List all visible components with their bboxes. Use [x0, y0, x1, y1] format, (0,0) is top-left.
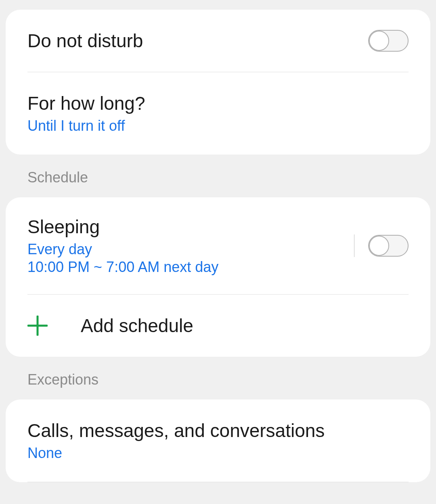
dnd-duration-row[interactable]: For how long? Until I turn it off [6, 72, 430, 155]
calls-messages-row[interactable]: Calls, messages, and conversations None [6, 399, 430, 482]
add-schedule-row[interactable]: Add schedule [6, 295, 430, 357]
dnd-duration-label: For how long? [27, 92, 409, 114]
divider [27, 482, 409, 482]
sleeping-title: Sleeping [27, 216, 354, 238]
sleeping-info: Sleeping Every day 10:00 PM ~ 7:00 AM ne… [27, 216, 354, 276]
dnd-toggle-row[interactable]: Do not disturb [6, 10, 430, 72]
sleeping-toggle-knob [369, 236, 389, 256]
exceptions-card: Calls, messages, and conversations None [6, 399, 430, 482]
calls-messages-wrap: Calls, messages, and conversations None [27, 420, 409, 462]
plus-icon [27, 316, 48, 336]
dnd-card: Do not disturb For how long? Until I tur… [6, 10, 430, 155]
schedule-card: Sleeping Every day 10:00 PM ~ 7:00 AM ne… [6, 197, 430, 357]
calls-messages-title: Calls, messages, and conversations [27, 420, 409, 441]
exceptions-section-header: Exceptions [0, 357, 436, 399]
dnd-toggle[interactable] [368, 30, 409, 52]
add-schedule-label: Add schedule [81, 315, 193, 337]
vertical-divider [354, 234, 354, 257]
sleeping-row[interactable]: Sleeping Every day 10:00 PM ~ 7:00 AM ne… [6, 197, 430, 294]
sleeping-toggle[interactable] [368, 235, 409, 257]
calls-messages-value: None [27, 445, 409, 462]
dnd-duration-wrap: For how long? Until I turn it off [27, 92, 409, 134]
dnd-title: Do not disturb [27, 30, 368, 52]
dnd-duration-value: Until I turn it off [27, 117, 409, 134]
dnd-title-wrap: Do not disturb [27, 30, 368, 52]
schedule-section-header: Schedule [0, 155, 436, 197]
sleeping-days: Every day [27, 241, 354, 258]
dnd-toggle-knob [369, 31, 389, 51]
sleeping-time: 10:00 PM ~ 7:00 AM next day [27, 259, 354, 276]
